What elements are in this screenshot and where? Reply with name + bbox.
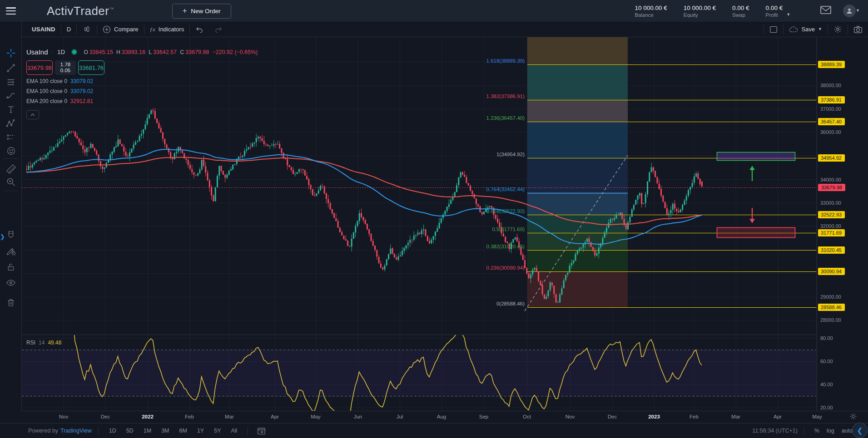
fib-level-label[interactable]: 0.382(31020.45) <box>486 244 525 249</box>
chevron-down-icon: ▼ <box>818 27 822 32</box>
chart-legend: UsaInd · 1D O33845.15 H33893.16 L33642.5… <box>26 48 258 119</box>
separator-dot: · <box>52 49 54 55</box>
buy-ask-button[interactable]: 33681.76 <box>78 60 104 75</box>
fib-level-label[interactable]: 0.618(32522.93) <box>486 208 525 214</box>
multichart-layout-button[interactable] <box>764 22 783 37</box>
object-tree-expander-icon[interactable]: ❯ <box>0 233 5 240</box>
fib-level-label[interactable]: 0.236(30090.94) <box>486 265 525 271</box>
range-button-1D[interactable]: 1D <box>105 427 120 435</box>
fib-level-label[interactable]: 1.382(37386.91) <box>486 94 525 99</box>
collapse-panel-chevron-icon[interactable]: ❮ <box>852 423 868 438</box>
indicator-row-ema200[interactable]: EMA 200 close 0 32912.81 <box>26 98 258 105</box>
legend-interval[interactable]: 1D <box>57 49 65 55</box>
mail-icon[interactable] <box>820 6 831 16</box>
powered-by-label: Powered by <box>28 428 58 434</box>
account-menu[interactable]: ▼ <box>843 5 860 17</box>
trend-line-tool[interactable] <box>5 62 17 74</box>
fib-price-label[interactable]: 37386.91 <box>818 96 845 103</box>
indicator-value: 33079.02 <box>70 88 93 94</box>
fib-price-label[interactable]: 31020.45 <box>818 246 845 254</box>
pane-separator[interactable] <box>22 335 816 335</box>
sell-bid-button[interactable]: 33679.98 <box>26 60 53 75</box>
fib-price-label[interactable]: 34954.92 <box>818 154 845 162</box>
measure-ruler-tool[interactable] <box>5 163 17 175</box>
time-tick-label: 2023 <box>648 414 660 419</box>
fib-price-label[interactable]: 31771.69 <box>818 229 845 236</box>
redo-button[interactable] <box>209 22 228 37</box>
price-tick-label: 37000.00 <box>820 106 841 112</box>
range-button-5Y[interactable]: 5Y <box>210 427 225 435</box>
fib-level-label[interactable]: 1(34954.92) <box>496 152 525 157</box>
drawing-lock-edit-tool[interactable] <box>5 245 17 257</box>
forecast-tool[interactable] <box>5 132 17 143</box>
price-tick-label: 38000.00 <box>820 83 841 88</box>
symbol-search-button[interactable]: USAIND <box>26 22 61 37</box>
fibonacci-tool[interactable] <box>5 76 17 88</box>
time-tick-label: Apr <box>774 414 782 419</box>
avatar <box>843 5 856 17</box>
save-button[interactable]: Save ▼ <box>784 22 828 37</box>
brightness-icon[interactable] <box>849 413 857 422</box>
percent-scale-button[interactable]: % <box>811 427 823 435</box>
crosshair-tool[interactable] <box>5 47 17 59</box>
range-button-1M[interactable]: 1M <box>139 427 155 435</box>
fib-price-label[interactable]: 36457.40 <box>818 118 845 125</box>
undo-button[interactable] <box>190 22 209 37</box>
stat-profit[interactable]: 0.00 € Profit ▼ <box>766 5 790 18</box>
hide-drawings-eye-tool[interactable] <box>5 277 17 289</box>
legend-symbol[interactable]: UsaInd <box>26 48 48 56</box>
new-order-button[interactable]: + New Order <box>172 4 231 19</box>
indicator-row-ema100[interactable]: EMA 100 close 0 33079.02 <box>26 78 258 85</box>
delete-trash-tool[interactable] <box>5 296 17 308</box>
rsi-legend[interactable]: RSI 14 49.48 <box>26 340 61 346</box>
app-logo: ActivTrader™ <box>47 4 114 18</box>
fib-level-label[interactable]: 1.618(38889.39) <box>486 58 525 64</box>
fib-price-label[interactable]: 30090.94 <box>818 268 845 275</box>
range-buttons: 1D5D1M3M6M1Y5YAll <box>105 427 242 435</box>
market-status-icon[interactable] <box>71 49 77 55</box>
new-order-label: New Order <box>191 8 220 15</box>
indicator-value: 33079.02 <box>70 78 93 84</box>
log-scale-button[interactable]: log <box>823 427 838 435</box>
fib-price-label[interactable]: 28588.46 <box>818 304 845 311</box>
fib-level-label[interactable]: 1.236(36457.40) <box>486 115 525 121</box>
lock-all-tool[interactable] <box>5 261 17 273</box>
price-tick-label: 29000.00 <box>820 294 841 300</box>
time-tick-label: 2022 <box>142 414 154 419</box>
interval-button[interactable]: D <box>61 22 76 37</box>
spread-high: 1.78 <box>60 62 70 68</box>
text-tool[interactable] <box>5 103 17 115</box>
range-button-6M[interactable]: 6M <box>175 427 191 435</box>
range-button-5D[interactable]: 5D <box>122 427 138 435</box>
price-tick-label: 32000.00 <box>820 223 841 229</box>
last-price-label[interactable]: 33679.98 <box>818 184 845 191</box>
range-button-All[interactable]: All <box>227 427 242 435</box>
zoom-in-tool[interactable] <box>5 176 17 188</box>
fib-price-label[interactable]: 32522.93 <box>818 211 845 218</box>
indicator-row-ema100b[interactable]: EMA 100 close 0 33079.02 <box>26 88 258 95</box>
fib-price-label[interactable]: 38889.39 <box>818 61 845 68</box>
legend-collapse-button[interactable] <box>26 110 39 119</box>
indicators-button[interactable]: ƒx Indicators <box>144 22 190 37</box>
fx-icon: ƒx <box>150 26 155 33</box>
range-button-1Y[interactable]: 1Y <box>193 427 208 435</box>
bottom-bar: Powered by TradingView 1D5D1M3M6M1Y5YAll… <box>0 423 868 438</box>
fib-level-label[interactable]: 0(28588.46) <box>496 301 525 306</box>
menu-icon[interactable] <box>6 7 16 15</box>
compare-button[interactable]: Compare <box>97 22 144 37</box>
rsi-name: RSI <box>26 340 35 346</box>
goto-date-icon[interactable] <box>257 427 266 435</box>
settings-gear-icon[interactable] <box>828 22 848 37</box>
tradingview-link[interactable]: TradingView <box>60 428 92 434</box>
emoji-tool[interactable] <box>5 145 17 157</box>
chart-style-button[interactable] <box>77 22 97 37</box>
price-tick-label: 36000.00 <box>820 129 841 135</box>
brush-tool[interactable] <box>5 90 17 102</box>
magnet-tool[interactable] <box>5 229 17 241</box>
clock[interactable]: 11:56:34 (UTC+1) <box>752 428 797 434</box>
pattern-xabcd-tool[interactable] <box>5 118 17 129</box>
range-button-3M[interactable]: 3M <box>157 427 173 435</box>
fib-level-label[interactable]: 0.5(31771.69) <box>492 226 525 232</box>
fib-level-label[interactable]: 0.764(33452.44) <box>486 187 525 192</box>
screenshot-camera-icon[interactable] <box>848 22 868 37</box>
